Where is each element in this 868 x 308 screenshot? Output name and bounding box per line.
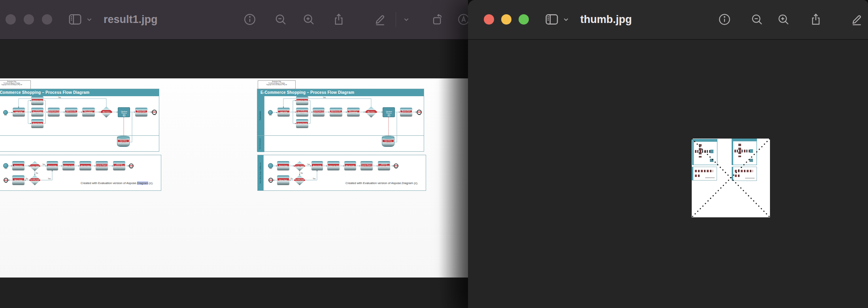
- flow-node-label: Identify items for purchase: [313, 110, 325, 114]
- info-button[interactable]: [716, 11, 733, 28]
- flow-node-sub: Checkout Process+: [383, 107, 395, 117]
- zoom-window-button[interactable]: [519, 14, 529, 25]
- evaluation-stamp: Evaluation Only.Created with Aspose.Imag…: [0, 80, 31, 89]
- minimize-button[interactable]: [24, 14, 34, 25]
- flow-node-box: Generate Shipment Confirmation: [360, 161, 373, 170]
- flow-node-label: Review Order: [12, 165, 25, 167]
- diagram-page-2: YesNoYesNoBack Office (Order Fulfillment…: [0, 155, 161, 191]
- flow-node-label: Verify Recommended Items: [31, 110, 43, 114]
- evaluation-footer-text: Created with Evaluation version of Aspos…: [81, 181, 153, 185]
- flow-node-label: Review Order: [277, 165, 289, 167]
- flow-node-label: Apply coupon or Promotional discount: [82, 110, 95, 114]
- sidebar-menu-button[interactable]: [84, 11, 95, 28]
- share-button[interactable]: [807, 11, 825, 28]
- flow-node-label: Order Entry System: [382, 140, 394, 143]
- evaluation-footer-text: Created with Evaluation version of Aspos…: [345, 181, 418, 185]
- flow-node-label: Checkout Process: [383, 111, 394, 114]
- sidebar-icon: [67, 11, 83, 27]
- zoom-out-icon: [750, 12, 764, 27]
- flow-node-box: Arrive at the start page of the shopping…: [277, 108, 290, 116]
- rotate-left-icon: [430, 12, 444, 27]
- zoom-out-button[interactable]: [748, 11, 766, 28]
- evaluation-stamp-text: Evaluation Only.Created with Aspose.Imag…: [0, 81, 30, 86]
- flow-node-box: Reject Order: [277, 175, 289, 185]
- viewed-image-thumb[interactable]: [692, 139, 770, 217]
- markup-pencil-icon: [850, 12, 864, 27]
- flow-node-label: End: [130, 167, 132, 169]
- right-window-content: [468, 40, 868, 308]
- chevron-down-icon: [402, 15, 411, 24]
- flow-node-start: Start: [3, 163, 8, 168]
- zoom-in-button[interactable]: [300, 11, 317, 28]
- flow-node-box: Accept Order: [47, 161, 58, 170]
- markup-button[interactable]: [848, 11, 866, 28]
- flow-node-label: Generate Shipment Confirmation: [96, 164, 108, 167]
- flow-node-label: Verify Recommended Items: [296, 110, 308, 114]
- info-button[interactable]: [241, 11, 259, 28]
- flow-node-end: End: [394, 164, 398, 168]
- watermark-stripe: [394, 165, 398, 166]
- flow-node-box: Review Order: [277, 161, 289, 170]
- flow-node-end: End: [417, 110, 422, 115]
- flow-connectors: YesNoYesNoBack Office (Order Fulfillment…: [0, 155, 161, 190]
- flow-node-label: Arrive at the start page of the shopping…: [277, 110, 290, 114]
- flow-node-label: Search for items: [31, 100, 43, 101]
- flow-node-box: Arrive at the start page of the shopping…: [13, 108, 25, 116]
- diagram-copy-left: Evaluation Only.Created with Aspose.Imag…: [0, 89, 163, 192]
- flow-node-label: Can order issues be resolved?: [294, 179, 306, 182]
- close-button[interactable]: [484, 14, 494, 25]
- flow-node-label: End: [5, 182, 7, 183]
- watermark-stripe: [153, 112, 156, 112]
- flow-node-label: Identify items for purchase: [48, 110, 60, 114]
- zoom-out-button[interactable]: [272, 11, 289, 28]
- sidebar-toggle-button[interactable]: [543, 11, 560, 28]
- close-button[interactable]: [6, 14, 16, 25]
- flow-node-box: Identify items for purchase: [313, 108, 325, 116]
- svg-text:Yes: Yes: [313, 178, 316, 180]
- svg-text:Order Entry System: Order Entry System: [259, 138, 261, 150]
- flow-node-label: Add item to the shopping cart: [65, 110, 77, 114]
- share-icon: [332, 12, 346, 27]
- flow-node-box: Package the Order: [327, 161, 340, 170]
- flow-node-box: Reject Order: [12, 175, 25, 185]
- svg-text:Customer: Customer: [259, 111, 261, 120]
- flow-node-box: Ship the Order: [79, 161, 91, 170]
- flow-node-label: Can order issues be resolved?: [29, 179, 41, 182]
- flow-node-label: Is Order Valid?: [294, 165, 306, 167]
- share-button[interactable]: [330, 11, 347, 28]
- flow-node-cyl: Order Entry System: [117, 137, 130, 147]
- diagram-copy-right: Evaluation Only.Created with Aspose.Imag…: [257, 89, 428, 192]
- diagram-page-2: YesNoYesNoBack Office (Order Fulfillment…: [257, 155, 426, 191]
- flow-node-label: Generate Shipment Confirmation: [360, 164, 373, 167]
- zoom-in-icon: [776, 12, 791, 27]
- svg-text:Yes: Yes: [58, 97, 61, 99]
- svg-text:No: No: [36, 172, 38, 174]
- markup-button[interactable]: [372, 11, 389, 28]
- flow-node-label: Reject Order: [277, 179, 289, 181]
- sidebar-toggle-button[interactable]: [66, 11, 84, 28]
- zoom-in-button[interactable]: [775, 11, 792, 28]
- flow-node-box: Notify the customer about shipment: [378, 161, 390, 170]
- flow-node-label: Search for items: [296, 100, 308, 101]
- flow-node-label: Checkout Process: [118, 111, 130, 114]
- flow-node-label: Accept Order: [47, 165, 58, 167]
- sidebar-menu-button[interactable]: [560, 11, 572, 28]
- minimize-button[interactable]: [501, 14, 511, 25]
- flow-node-label: Review Order Confirmation: [400, 110, 412, 114]
- flow-node-box: Generate Shipment Confirmation: [96, 161, 108, 170]
- flow-connectors: YesNoYesNoBack Office (Order Fulfillment…: [258, 155, 426, 190]
- flow-node-box: Identify items for purchase: [48, 108, 60, 116]
- sidebar-icon: [544, 11, 560, 27]
- flow-node-box: Apply coupon or Promotional discount: [347, 108, 360, 116]
- flow-node-box: Verify Recommended Items: [296, 108, 308, 116]
- rotate-left-button[interactable]: [428, 11, 446, 28]
- markup-menu-button[interactable]: [399, 11, 413, 28]
- subprocess-plus-icon: +: [388, 114, 390, 116]
- svg-text:Yes: Yes: [323, 97, 326, 99]
- zoom-window-button[interactable]: [42, 14, 52, 25]
- viewed-image-result1[interactable]: Evaluation Only.Created with Aspose.Imag…: [0, 78, 468, 278]
- flow-node-box: Review Special: [31, 119, 43, 128]
- window-title: result1.jpg: [104, 0, 158, 39]
- flow-node-label: Notify the customer about shipment: [113, 164, 125, 168]
- flow-node-box: Ship the Order: [344, 161, 356, 170]
